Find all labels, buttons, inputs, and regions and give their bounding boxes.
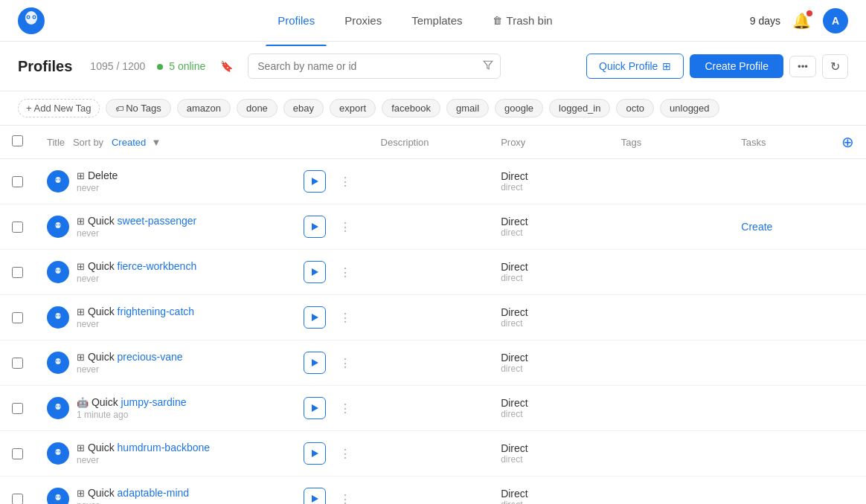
play-button[interactable] [304, 488, 326, 504]
proxy-sub: direct [501, 364, 528, 374]
tag-facebook[interactable]: facebook [382, 99, 440, 117]
windows-icon: ⊞ [77, 442, 85, 453]
tag-logged-in[interactable]: logged_in [549, 99, 610, 117]
add-column-button[interactable]: ⊕ [841, 133, 854, 151]
row-checkbox[interactable] [12, 312, 23, 323]
profile-name: 🤖 Quick jumpy-sardine [77, 396, 296, 408]
nav-templates[interactable]: Templates [400, 8, 474, 33]
select-all-checkbox[interactable] [12, 135, 23, 146]
row-checkbox[interactable] [12, 448, 23, 459]
profiles-table: Title Sort by Created ▼ Description Prox… [0, 126, 866, 504]
bell-button[interactable]: 🔔 [792, 12, 811, 30]
profile-avatar [47, 170, 69, 193]
tasks-cell [729, 295, 830, 340]
add-tag-button[interactable]: + Add New Tag [18, 99, 100, 117]
proxy-sub: direct [501, 273, 528, 283]
profile-name-block: 🤖 Quick jumpy-sardine 1 minute ago [77, 396, 296, 420]
row-more-button[interactable]: ⋮ [333, 353, 357, 373]
proxy-main: Direct [501, 397, 528, 409]
create-task-link[interactable]: Create [741, 221, 772, 233]
svg-point-12 [59, 179, 60, 180]
tag-octo[interactable]: octo [616, 99, 654, 117]
svg-marker-20 [312, 223, 318, 230]
search-input[interactable] [248, 54, 501, 79]
svg-point-11 [57, 179, 57, 180]
row-more-button[interactable]: ⋮ [333, 444, 357, 464]
row-checkbox[interactable] [12, 267, 23, 278]
row-more-button[interactable]: ⋮ [333, 262, 357, 282]
filter-icon[interactable] [483, 60, 493, 73]
table-row: ⊞ Delete never ⋮ Direct direct [0, 159, 866, 204]
description-cell [369, 431, 490, 476]
profile-count: 1095 / 1200 [90, 60, 145, 72]
profile-time: never [77, 364, 296, 375]
bookmark-icon[interactable]: 🔖 [217, 57, 236, 75]
windows-icon: ⊞ [77, 352, 85, 363]
tag-ebay[interactable]: ebay [283, 99, 324, 117]
profile-name-block: ⊞ Quick frightening-catch never [77, 306, 296, 329]
tag-gmail[interactable]: gmail [446, 99, 489, 117]
days-badge: 9 days [750, 15, 780, 27]
more-options-button[interactable]: ••• [789, 56, 816, 77]
row-more-button[interactable]: ⋮ [333, 217, 357, 237]
nav-trashbin[interactable]: 🗑 Trash bin [481, 8, 565, 33]
description-cell [369, 204, 490, 249]
svg-point-53 [57, 451, 57, 452]
play-button[interactable] [304, 306, 326, 329]
tasks-column-header: Tasks [729, 126, 830, 159]
table-row: ⊞ Quick adaptable-mind never ⋮ Direct di… [0, 476, 866, 505]
svg-point-46 [57, 406, 57, 407]
table-row: ⊞ Quick humdrum-backbone never ⋮ Direct … [0, 431, 866, 476]
tags-cell [609, 340, 730, 385]
svg-marker-55 [312, 450, 318, 457]
tag-export[interactable]: export [330, 99, 376, 117]
profile-name-block: ⊞ Quick humdrum-backbone never [77, 442, 296, 465]
row-more-button[interactable]: ⋮ [333, 172, 357, 192]
svg-marker-41 [312, 359, 318, 366]
proxy-cell: Direct direct [489, 340, 609, 385]
nav-proxies[interactable]: Proxies [333, 8, 394, 33]
profile-name-block: ⊞ Delete never [77, 169, 296, 193]
nav-links: Profiles Proxies Templates 🗑 Trash bin [80, 8, 750, 33]
row-more-button[interactable]: ⋮ [333, 489, 357, 505]
title-column-header[interactable]: Title Sort by Created ▼ [35, 126, 369, 159]
tag-unlogged[interactable]: unlogged [660, 99, 719, 117]
row-checkbox[interactable] [12, 358, 23, 369]
row-checkbox[interactable] [12, 222, 23, 233]
svg-point-39 [57, 361, 57, 361]
description-cell [369, 340, 490, 385]
row-checkbox[interactable] [12, 176, 23, 187]
row-checkbox[interactable] [12, 494, 23, 505]
play-button[interactable] [304, 442, 326, 465]
create-profile-button[interactable]: Create Profile [690, 54, 783, 78]
row-more-button[interactable]: ⋮ [333, 398, 357, 419]
app-logo[interactable] [18, 7, 45, 34]
svg-point-33 [59, 315, 60, 316]
refresh-button[interactable]: ↻ [822, 54, 848, 79]
proxy-cell: Direct direct [489, 250, 609, 294]
tasks-cell[interactable]: Create [729, 204, 830, 249]
add-column-header[interactable]: ⊕ [830, 126, 866, 159]
row-extra-cell [830, 386, 866, 430]
table-row: ⊞ Quick precious-vane never ⋮ Direct dir… [0, 340, 866, 386]
play-button[interactable] [304, 261, 326, 283]
play-button[interactable] [304, 216, 326, 238]
tag-done[interactable]: done [237, 99, 278, 117]
play-button[interactable] [304, 352, 326, 374]
tag-amazon[interactable]: amazon [177, 99, 231, 117]
profiles-table-container: Title Sort by Created ▼ Description Prox… [0, 126, 866, 504]
row-more-button[interactable]: ⋮ [333, 308, 357, 328]
play-button[interactable] [304, 170, 326, 193]
quick-profile-button[interactable]: Quick Profile ⊞ [586, 54, 684, 79]
tag-no-tags[interactable]: 🏷 No Tags [106, 99, 171, 117]
tag-google[interactable]: google [495, 99, 543, 117]
nav-profiles[interactable]: Profiles [266, 8, 327, 33]
tags-cell [609, 431, 730, 476]
row-extra-cell [830, 340, 866, 385]
play-button[interactable] [304, 397, 326, 419]
select-all-header[interactable] [0, 126, 35, 159]
user-avatar[interactable]: A [823, 8, 848, 33]
row-checkbox[interactable] [12, 403, 23, 414]
tasks-cell [729, 340, 830, 385]
profile-name: ⊞ Delete [77, 169, 296, 181]
